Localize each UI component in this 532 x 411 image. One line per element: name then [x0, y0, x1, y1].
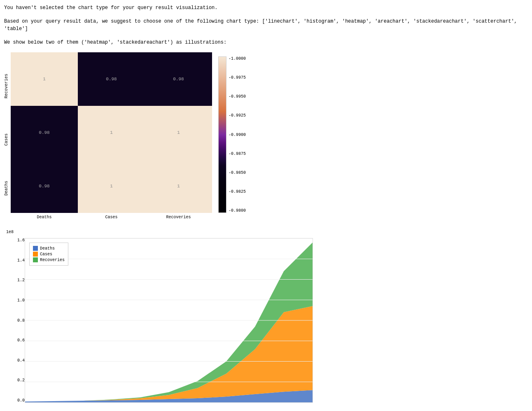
heatmap-section: Recoveries Cases Deaths 1 0.98 0.98 0.98… — [4, 52, 528, 220]
heatmap-cell-1-2: 1 — [145, 106, 212, 159]
chart-border: Deaths Cases Recoveries — [25, 238, 313, 403]
heatmap-y-label-cases: Cases — [4, 133, 9, 146]
heatmap-y-label-recoveries: Recoveries — [4, 74, 9, 98]
colorbar-label-5: -0.9875 — [229, 152, 246, 156]
y-label-06: 0.6 — [17, 338, 25, 343]
y-label-0: 0.0 — [17, 398, 25, 403]
colorbar-label-3: -0.9925 — [229, 113, 246, 118]
y-label-16: 1.6 — [17, 238, 25, 243]
heatmap-grid-area: 1 0.98 0.98 0.98 1 1 0.98 1 1 Deaths Cas… — [11, 52, 212, 220]
message-line2: Based on your query result data, we sugg… — [4, 18, 528, 33]
y-label-14: 1.4 — [17, 258, 25, 263]
heatmap-cell-0-2: 0.98 — [145, 52, 212, 106]
legend-cases: Cases — [33, 252, 65, 257]
y-axis-multiplier: 1e8 — [6, 230, 14, 234]
colorbar-gradient — [218, 56, 226, 213]
area-chart-section: 1e8 — [4, 228, 317, 411]
heatmap-cell-1-0: 0.98 — [11, 106, 78, 159]
y-label-02: 0.2 — [17, 378, 25, 383]
legend-color-deaths — [33, 246, 38, 251]
heatmap-x-labels: Deaths Cases Recoveries — [11, 215, 212, 220]
y-axis-labels: 0.0 0.2 0.4 0.6 0.8 1.0 1.2 1.4 1.6 — [6, 238, 25, 403]
colorbar-label-6: -0.9850 — [229, 170, 246, 175]
colorbar-label-0: -1.0000 — [229, 56, 246, 61]
y-label-04: 0.4 — [17, 358, 25, 363]
legend-deaths: Deaths — [33, 246, 65, 251]
heatmap-grid: 1 0.98 0.98 0.98 1 1 0.98 1 1 — [11, 52, 212, 213]
y-label-08: 0.8 — [17, 318, 25, 323]
colorbar-label-4: -0.9900 — [229, 133, 246, 137]
y-label-10: 1.0 — [17, 298, 25, 303]
message-container: You haven't selected the chart type for … — [4, 4, 528, 46]
legend-color-cases — [33, 252, 38, 257]
colorbar-label-2: -0.9950 — [229, 94, 246, 99]
colorbar-labels: -1.0000 -0.9975 -0.9950 -0.9925 -0.9900 … — [229, 56, 246, 213]
colorbar-label-7: -0.9825 — [229, 189, 246, 194]
y-label-12: 1.2 — [17, 278, 25, 283]
colorbar: -1.0000 -0.9975 -0.9950 -0.9925 -0.9900 … — [218, 56, 246, 213]
legend-label-deaths: Deaths — [40, 246, 55, 251]
heatmap-x-label-cases: Cases — [78, 215, 145, 220]
heatmap-wrapper: Recoveries Cases Deaths 1 0.98 0.98 0.98… — [4, 52, 212, 220]
heatmap-cell-0-1: 0.98 — [78, 52, 145, 106]
colorbar-label-8: -0.9800 — [229, 208, 246, 213]
heatmap-cell-0-0: 1 — [11, 52, 78, 106]
heatmap-y-labels: Recoveries Cases Deaths — [4, 52, 9, 213]
legend-label-cases: Cases — [40, 252, 52, 257]
heatmap-cell-2-1: 1 — [78, 159, 145, 213]
message-line3: We show below two of them ('heatmap', 's… — [4, 39, 528, 46]
legend-label-recoveries: Recoveries — [40, 258, 65, 262]
heatmap-x-label-recoveries: Recoveries — [145, 215, 212, 220]
heatmap-cell-2-2: 1 — [145, 159, 212, 213]
legend-color-recoveries — [33, 257, 38, 262]
colorbar-label-1: -0.9975 — [229, 75, 246, 80]
heatmap-x-label-deaths: Deaths — [11, 215, 78, 220]
heatmap-y-label-deaths: Deaths — [4, 181, 9, 196]
charts-container: Recoveries Cases Deaths 1 0.98 0.98 0.98… — [4, 52, 528, 411]
heatmap-cell-2-0: 0.98 — [11, 159, 78, 213]
heatmap-cell-1-1: 1 — [78, 106, 145, 159]
message-line1: You haven't selected the chart type for … — [4, 4, 528, 12]
legend-recoveries: Recoveries — [33, 257, 65, 262]
chart-legend: Deaths Cases Recoveries — [29, 243, 68, 266]
